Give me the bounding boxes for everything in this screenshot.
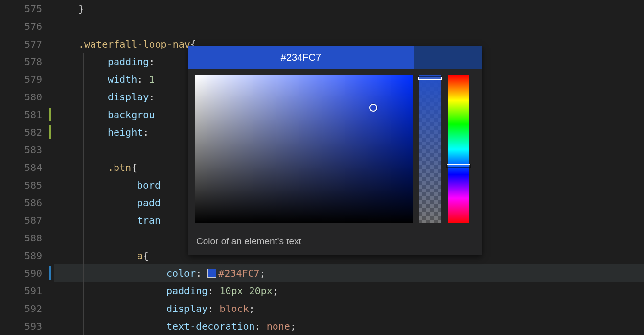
code-value: 1 [143, 73, 155, 85]
line-number[interactable]: 587 [0, 212, 49, 229]
code-property: height [108, 126, 143, 138]
line-number[interactable]: 577 [0, 35, 49, 53]
color-picker-mode-toggle[interactable] [414, 46, 482, 69]
hue-slider[interactable] [448, 75, 469, 223]
color-picker-popup: #234FC7 Color of an element's text [188, 46, 482, 255]
code-value: none [261, 320, 290, 332]
code-property: padd [137, 197, 161, 209]
code-property: display [166, 303, 207, 314]
code-hex-value: #234FC7 [218, 267, 259, 279]
git-modified-marker[interactable] [49, 108, 51, 121]
code-token: { [143, 250, 149, 262]
code-property: backgrou [108, 109, 155, 120]
saturation-value-field[interactable] [195, 75, 413, 223]
line-number[interactable]: 582 [0, 123, 49, 141]
code-token: : [196, 267, 202, 279]
code-token: : [207, 285, 213, 297]
code-property: display [108, 91, 149, 103]
code-value: block [213, 303, 249, 314]
code-property: tran [137, 215, 161, 226]
line-number[interactable]: 590 [0, 264, 49, 282]
color-picker-title[interactable]: #234FC7 [188, 46, 414, 69]
code-token: { [131, 162, 137, 173]
code-token: ; [249, 303, 255, 314]
code-value: 10px [213, 285, 243, 297]
line-number[interactable]: 578 [0, 53, 49, 71]
code-property: bord [137, 179, 161, 191]
hue-thumb[interactable] [447, 164, 470, 167]
code-token: : [149, 56, 155, 68]
git-added-marker[interactable] [49, 266, 51, 280]
code-token: : [255, 320, 261, 332]
line-number[interactable]: 585 [0, 176, 49, 194]
line-number[interactable]: 591 [0, 282, 49, 300]
alpha-thumb[interactable] [418, 77, 442, 80]
line-number[interactable]: 576 [0, 18, 49, 35]
gutter: 575 576 577 578 579 580 581 582 583 584 … [0, 0, 54, 335]
sv-cursor-icon[interactable] [369, 104, 377, 112]
code-selector: .btn [108, 162, 131, 173]
line-number[interactable]: 593 [0, 317, 49, 335]
code-property: color [166, 267, 196, 279]
code-token: : [207, 303, 213, 314]
code-property: text-decoration [166, 320, 255, 332]
line-number[interactable]: 581 [0, 106, 49, 123]
code-property: width [108, 73, 137, 85]
line-number[interactable]: 588 [0, 229, 49, 247]
line-number[interactable]: 580 [0, 88, 49, 106]
line-number[interactable]: 579 [0, 71, 49, 88]
code-token: : [149, 91, 155, 103]
line-number[interactable]: 589 [0, 247, 49, 264]
code-property: padding [166, 285, 207, 297]
color-swatch-icon[interactable] [207, 269, 216, 278]
code-editor: 575 576 577 578 579 580 581 582 583 584 … [0, 0, 644, 335]
line-number[interactable]: 583 [0, 141, 49, 159]
code-token: ; [290, 320, 296, 332]
code-token: : [143, 126, 149, 138]
git-modified-marker[interactable] [49, 125, 51, 139]
line-number[interactable]: 586 [0, 194, 49, 212]
code-token: : [137, 73, 143, 85]
code-token: } [78, 3, 84, 15]
color-picker-description: Color of an element's text [188, 230, 482, 255]
line-number[interactable]: 592 [0, 300, 49, 317]
color-picker-header: #234FC7 [188, 46, 482, 69]
alpha-slider[interactable] [419, 75, 441, 223]
code-property: padding [108, 56, 149, 68]
line-number[interactable]: 575 [0, 0, 49, 18]
code-selector: a [137, 250, 143, 262]
line-number[interactable]: 584 [0, 159, 49, 176]
code-token: ; [260, 267, 266, 279]
code-selector: .waterfall-loop-nav [78, 38, 190, 50]
code-value: 20px [243, 285, 273, 297]
code-token: ; [273, 285, 278, 297]
